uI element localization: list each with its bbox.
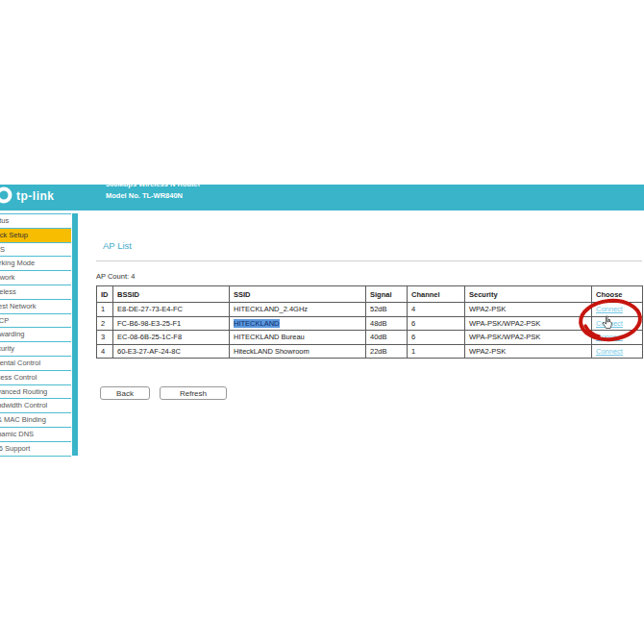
ssid-value: HITECKLAND_2.4GHz xyxy=(234,305,308,313)
ssid-value: HITECKLAND Bureau xyxy=(234,333,305,341)
sidebar-item-security[interactable]: Security xyxy=(0,342,71,357)
table-row: 2FC-B6-98-E3-25-F1HITECKLAND48dB6WPA-PSK… xyxy=(97,316,643,331)
channel-cell: 1 xyxy=(408,344,465,359)
connect-link-row-3[interactable]: Connect xyxy=(596,333,623,341)
column-header-bssid: BSSID xyxy=(113,286,230,303)
ssid-value-selected: HITECKLAND xyxy=(234,319,280,328)
sidebar-item-network[interactable]: Network xyxy=(0,271,71,285)
ap-table-header-row: IDBSSIDSSIDSignalChannelSecurityChoose xyxy=(97,286,643,303)
choose-cell: Connect xyxy=(592,344,643,359)
sidebar-content-divider xyxy=(72,213,78,456)
security-cell: WPA2-PSK xyxy=(465,344,592,359)
ap-list-table: IDBSSIDSSIDSignalChannelSecurityChoose 1… xyxy=(96,285,643,359)
ssid-cell: HiteckLAND Showroom xyxy=(230,344,366,359)
tplink-logo-icon xyxy=(0,186,14,211)
id-cell: 4 xyxy=(97,344,113,359)
sidebar-item-wps[interactable]: WPS xyxy=(0,243,71,258)
sidebar-item-forwarding[interactable]: Forwarding xyxy=(0,328,71,342)
column-header-channel: Channel xyxy=(408,286,465,303)
channel-cell: 6 xyxy=(408,331,465,345)
title-divider-line xyxy=(96,260,642,261)
ssid-cell: HITECKLAND Bureau xyxy=(230,331,366,345)
sidebar-item-dhcp[interactable]: DHCP xyxy=(0,314,71,329)
signal-cell: 48dB xyxy=(366,316,408,331)
top-header-bar: tp-link 300Mbps Wireless N Router Model … xyxy=(0,185,644,211)
choose-cell: Connect xyxy=(592,303,643,317)
bssid-cell: EC-08-6B-25-1C-F8 xyxy=(113,331,230,345)
connect-link-row-1[interactable]: Connect xyxy=(596,305,623,313)
page-title: AP List xyxy=(103,240,132,251)
sidebar-item-bandwidth-control[interactable]: Bandwidth Control xyxy=(0,399,71,413)
sidebar-item-parental-control[interactable]: Parental Control xyxy=(0,357,71,371)
connect-link-row-2[interactable]: Connect xyxy=(596,319,623,328)
sidebar-item-dynamic-dns[interactable]: Dynamic DNS xyxy=(0,428,71,442)
column-header-choose: Choose xyxy=(592,286,643,303)
ap-list-table-wrap: IDBSSIDSSIDSignalChannelSecurityChoose 1… xyxy=(96,285,643,359)
sidebar-item-ip-mac-binding[interactable]: IP & MAC Binding xyxy=(0,413,71,428)
signal-cell: 22dB xyxy=(366,344,408,359)
sidebar-item-status[interactable]: Status xyxy=(0,214,71,229)
choose-cell: Connect xyxy=(592,331,643,345)
sidebar-item-ipv6-support[interactable]: IPv6 Support xyxy=(0,442,71,457)
table-row: 1E8-DE-27-73-E4-FCHITECKLAND_2.4GHz52dB4… xyxy=(97,303,643,317)
connect-link-row-4[interactable]: Connect xyxy=(596,347,623,356)
id-cell: 3 xyxy=(97,331,113,345)
channel-cell: 4 xyxy=(408,303,465,317)
sidebar-item-access-control[interactable]: Access Control xyxy=(0,371,71,385)
column-header-signal: Signal xyxy=(366,286,408,303)
security-cell: WPA-PSK/WPA2-PSK xyxy=(465,316,592,331)
column-header-ssid: SSID xyxy=(230,286,366,303)
ap-count-label: AP Count: 4 xyxy=(96,272,135,281)
bssid-cell: E8-DE-27-73-E4-FC xyxy=(113,303,230,317)
sidebar-item-wireless[interactable]: Wireless xyxy=(0,285,71,300)
bssid-cell: 60-E3-27-AF-24-8C xyxy=(113,344,230,359)
table-row: 460-E3-27-AF-24-8CHiteckLAND Showroom22d… xyxy=(97,344,643,359)
back-button[interactable]: Back xyxy=(100,386,150,400)
ssid-cell: HITECKLAND xyxy=(230,316,366,331)
sidebar-item-advanced-routing[interactable]: Advanced Routing xyxy=(0,385,71,400)
sidebar-menu: StatusQuick SetupWPSWorking ModeNetworkW… xyxy=(0,213,71,457)
model-number: Model No. TL-WR840N xyxy=(106,191,201,200)
refresh-button[interactable]: Refresh xyxy=(160,386,227,400)
ap-table-body: 1E8-DE-27-73-E4-FCHITECKLAND_2.4GHz52dB4… xyxy=(97,303,643,359)
signal-cell: 52dB xyxy=(366,303,408,317)
sidebar-item-guest-network[interactable]: Guest Network xyxy=(0,300,71,314)
choose-cell: Connect xyxy=(592,316,643,331)
screenshot-canvas: tp-link 300Mbps Wireless N Router Model … xyxy=(0,0,644,644)
bssid-cell: FC-B6-98-E3-25-F1 xyxy=(113,316,230,331)
model-info: 300Mbps Wireless N Router Model No. TL-W… xyxy=(106,185,201,200)
id-cell: 2 xyxy=(97,316,113,331)
column-header-id: ID xyxy=(97,286,113,303)
brand-logo-text: tp-link xyxy=(16,189,55,203)
security-cell: WPA-PSK/WPA2-PSK xyxy=(465,331,592,345)
table-row: 3EC-08-6B-25-1C-F8HITECKLAND Bureau40dB6… xyxy=(97,331,643,345)
id-cell: 1 xyxy=(97,303,113,317)
router-tagline: 300Mbps Wireless N Router xyxy=(106,185,201,188)
security-cell: WPA2-PSK xyxy=(465,303,592,317)
ssid-value: HiteckLAND Showroom xyxy=(234,347,310,356)
signal-cell: 40dB xyxy=(366,331,408,345)
column-header-security: Security xyxy=(465,286,592,303)
sidebar-item-quick-setup[interactable]: Quick Setup xyxy=(0,229,71,243)
channel-cell: 6 xyxy=(408,316,465,331)
ssid-cell: HITECKLAND_2.4GHz xyxy=(230,303,366,317)
sidebar-item-working-mode[interactable]: Working Mode xyxy=(0,257,71,271)
